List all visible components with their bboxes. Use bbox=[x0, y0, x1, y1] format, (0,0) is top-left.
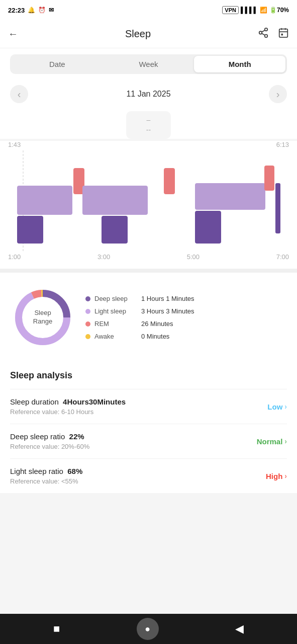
deep-sleep-ratio-status: Normal bbox=[257, 437, 283, 446]
analysis-sleep-duration[interactable]: Sleep duration 4Hours30Minutes Reference… bbox=[10, 389, 287, 424]
awake-label: Awake bbox=[94, 333, 137, 340]
svg-rect-17 bbox=[195, 211, 221, 244]
sleep-chart bbox=[8, 150, 289, 251]
sleep-time-line1: – bbox=[146, 115, 151, 125]
app-header: ← Sleep bbox=[0, 20, 297, 48]
sleep-analysis-section: Sleep analysis Sleep duration 4Hours30Mi… bbox=[0, 360, 297, 493]
back-button[interactable]: ← bbox=[8, 28, 18, 40]
deep-sleep-label: Deep sleep bbox=[94, 295, 137, 302]
analysis-title: Sleep analysis bbox=[10, 370, 287, 381]
svg-rect-5 bbox=[279, 29, 288, 37]
signal-icon: ▌▌▌▌ bbox=[241, 7, 258, 14]
rem-label: REM bbox=[94, 320, 137, 328]
home-nav-button[interactable]: ● bbox=[137, 618, 159, 640]
tab-date[interactable]: Date bbox=[12, 56, 103, 72]
light-sleep-dot bbox=[85, 309, 90, 314]
donut-chart: Sleep Range bbox=[10, 285, 75, 350]
svg-rect-20 bbox=[275, 183, 280, 233]
x-label-2: 3:00 bbox=[97, 253, 110, 261]
sleep-chart-container: 1:43 6:13 bbox=[0, 141, 297, 269]
date-navigator: ‹ 11 Jan 2025 › bbox=[0, 80, 297, 108]
sleep-chart-svg bbox=[8, 150, 289, 251]
svg-rect-9 bbox=[281, 34, 283, 36]
deep-sleep-dot bbox=[85, 296, 90, 301]
sleep-stats-section: Sleep Range Deep sleep 1 Hours 1 Minutes… bbox=[0, 273, 297, 360]
square-nav-button[interactable]: ■ bbox=[43, 618, 70, 639]
svg-point-0 bbox=[265, 28, 268, 31]
light-sleep-label: Light sleep bbox=[94, 307, 137, 315]
back-nav-button[interactable]: ◀ bbox=[225, 618, 254, 639]
svg-point-1 bbox=[259, 31, 262, 34]
y-label-left: 1:43 bbox=[8, 141, 21, 148]
legend-deep-sleep: Deep sleep 1 Hours 1 Minutes bbox=[85, 295, 287, 302]
light-sleep-ratio-ref: Reference value: <55% bbox=[10, 477, 82, 485]
chevron-icon-1: › bbox=[284, 403, 287, 411]
calendar-button[interactable] bbox=[278, 27, 289, 41]
svg-line-3 bbox=[262, 33, 265, 35]
x-label-1: 1:00 bbox=[8, 253, 21, 261]
time-display: 22:23 bbox=[8, 7, 25, 14]
tab-bar: Date Week Month bbox=[0, 48, 297, 80]
alarm-icon: ⏰ bbox=[38, 7, 46, 14]
share-button[interactable] bbox=[258, 27, 269, 41]
analysis-light-sleep-ratio[interactable]: Light sleep ratio 68% Reference value: <… bbox=[10, 458, 287, 493]
message-icon: ✉ bbox=[49, 7, 54, 14]
sleep-duration-badge: Low › bbox=[267, 403, 287, 411]
next-date-button[interactable]: › bbox=[269, 85, 287, 103]
svg-rect-18 bbox=[195, 183, 265, 210]
analysis-deep-sleep-ratio[interactable]: Deep sleep ratio 22% Reference value: 20… bbox=[10, 424, 287, 458]
deep-sleep-value: 1 Hours 1 Minutes bbox=[141, 295, 194, 302]
bottom-navigation: ■ ● ◀ bbox=[0, 614, 297, 644]
section-divider bbox=[0, 269, 297, 273]
light-sleep-ratio-badge: High › bbox=[266, 472, 287, 480]
chart-y-axis: 1:43 6:13 bbox=[0, 141, 297, 148]
chart-x-axis: 1:00 3:00 5:00 7:00 bbox=[0, 251, 297, 269]
deep-sleep-ratio-ref: Reference value: 20%-60% bbox=[10, 443, 89, 450]
sleep-time-display: – -- bbox=[0, 108, 297, 139]
status-bar: 22:23 🔔 ⏰ ✉ VPN ▌▌▌▌ 📶 🔋70% bbox=[0, 0, 297, 20]
sleep-duration-ref: Reference value: 6-10 Hours bbox=[10, 408, 126, 416]
deep-sleep-ratio-badge: Normal › bbox=[257, 437, 287, 446]
tab-month[interactable]: Month bbox=[194, 56, 285, 72]
deep-sleep-ratio-name: Deep sleep ratio 22% bbox=[10, 432, 89, 441]
x-label-4: 7:00 bbox=[276, 253, 289, 261]
svg-line-4 bbox=[262, 30, 265, 32]
svg-rect-11 bbox=[17, 216, 43, 244]
light-sleep-value: 3 Hours 3 Minutes bbox=[141, 307, 194, 315]
notification-icon: 🔔 bbox=[28, 7, 35, 14]
battery-icon: 🔋70% bbox=[269, 7, 289, 14]
legend-light-sleep: Light sleep 3 Hours 3 Minutes bbox=[85, 307, 287, 315]
page-title: Sleep bbox=[125, 28, 151, 40]
sleep-time-line2: -- bbox=[146, 125, 151, 135]
donut-center-label: Sleep Range bbox=[33, 309, 52, 326]
svg-rect-12 bbox=[17, 186, 72, 215]
awake-value: 0 Minutes bbox=[141, 333, 169, 340]
light-sleep-ratio-name: Light sleep ratio 68% bbox=[10, 467, 82, 475]
svg-rect-15 bbox=[82, 186, 148, 215]
header-actions bbox=[258, 27, 289, 41]
chevron-icon-2: › bbox=[284, 437, 287, 445]
status-right: VPN ▌▌▌▌ 📶 🔋70% bbox=[222, 6, 289, 14]
rem-value: 26 Minutes bbox=[141, 320, 173, 328]
awake-dot bbox=[85, 334, 90, 339]
tab-week[interactable]: Week bbox=[103, 56, 194, 72]
rem-dot bbox=[85, 321, 90, 327]
legend-rem: REM 26 Minutes bbox=[85, 320, 287, 328]
light-sleep-ratio-status: High bbox=[266, 472, 282, 480]
svg-rect-19 bbox=[264, 166, 274, 191]
vpn-badge: VPN bbox=[222, 6, 239, 14]
svg-rect-14 bbox=[102, 216, 128, 244]
y-label-right: 6:13 bbox=[276, 141, 289, 148]
wifi-icon: 📶 bbox=[260, 7, 267, 14]
status-left: 22:23 🔔 ⏰ ✉ bbox=[8, 7, 54, 14]
svg-point-2 bbox=[265, 35, 268, 38]
chevron-icon-3: › bbox=[284, 472, 287, 480]
current-date: 11 Jan 2025 bbox=[126, 90, 170, 99]
x-label-3: 5:00 bbox=[187, 253, 200, 261]
sleep-duration-name: Sleep duration 4Hours30Minutes bbox=[10, 397, 126, 406]
legend-awake: Awake 0 Minutes bbox=[85, 333, 287, 340]
svg-rect-16 bbox=[164, 168, 175, 194]
sleep-duration-status: Low bbox=[267, 403, 282, 411]
prev-date-button[interactable]: ‹ bbox=[10, 85, 28, 103]
sleep-legend: Deep sleep 1 Hours 1 Minutes Light sleep… bbox=[85, 295, 287, 340]
